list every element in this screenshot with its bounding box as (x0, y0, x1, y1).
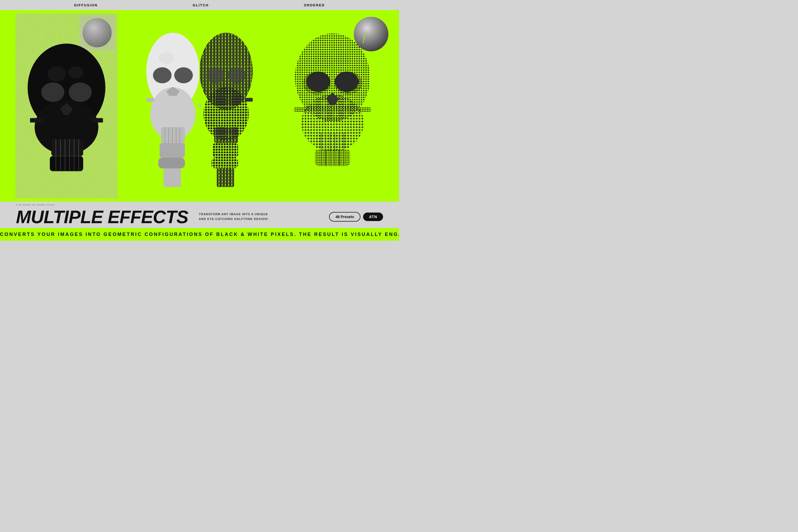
ticker-bar: CONVERTS YOUR IMAGES INTO GEOMETRIC CONF… (0, 228, 399, 241)
svg-rect-27 (161, 127, 185, 143)
badge-presets: 48 Presets (329, 212, 360, 222)
hero-section: ✛ (0, 10, 399, 202)
svg-rect-21 (91, 118, 103, 122)
label-diffusion: DIFFUSION (74, 3, 98, 7)
product-row: MULTIPLE EFFECTS TRANSFORM ANY IMAGE INT… (16, 208, 383, 228)
svg-rect-11 (50, 156, 83, 171)
svg-rect-37 (164, 168, 181, 187)
skull-diffusion (24, 29, 109, 183)
label-glitch: GLITCH (193, 3, 209, 7)
svg-rect-36 (158, 158, 185, 168)
svg-point-25 (153, 67, 172, 83)
ordered-ball (354, 17, 388, 51)
top-label-bar: DIFFUSION GLITCH ORDERED (0, 0, 399, 10)
svg-point-64 (342, 104, 357, 111)
svg-point-63 (308, 104, 322, 111)
badge-atn: ATN (363, 212, 383, 221)
product-description: TRANSFORM ANY IMAGE INTO A UNIQUE AND EY… (188, 212, 329, 221)
bottom-bar: © 3D MODEL BY ADOBE STOCK MULTIPLE EFFEC… (0, 202, 399, 228)
svg-rect-80 (357, 107, 371, 112)
svg-point-34 (159, 52, 174, 64)
svg-point-3 (69, 82, 92, 102)
crosshair-icon: ✛ (198, 103, 202, 109)
label-ordered: ORDERED (304, 3, 325, 7)
svg-rect-50 (200, 106, 253, 107)
badges-container: 48 Presets ATN (329, 212, 383, 222)
desc-line1: TRANSFORM ANY IMAGE INTO A UNIQUE (199, 212, 268, 216)
svg-rect-35 (146, 98, 154, 101)
svg-point-81 (314, 52, 334, 68)
svg-rect-72 (315, 150, 350, 166)
svg-point-26 (174, 67, 193, 83)
svg-rect-53 (200, 66, 253, 66)
svg-point-2 (41, 82, 64, 102)
svg-rect-46 (213, 143, 238, 158)
svg-rect-20 (30, 118, 42, 122)
ticker-text: CONVERTS YOUR IMAGES INTO GEOMETRIC CONF… (0, 232, 399, 237)
svg-rect-47 (245, 98, 253, 101)
svg-point-18 (48, 66, 66, 81)
svg-rect-52 (200, 151, 253, 152)
svg-point-19 (68, 66, 83, 78)
svg-rect-33 (159, 143, 185, 158)
svg-rect-48 (211, 158, 238, 168)
svg-rect-51 (200, 135, 253, 136)
product-title: MULTIPLE EFFECTS (16, 208, 188, 226)
svg-rect-49 (217, 168, 234, 187)
svg-point-82 (334, 53, 350, 65)
panel-ordered (266, 10, 399, 202)
copyright-text: © 3D MODEL BY ADOBE STOCK (16, 204, 383, 206)
svg-point-60 (306, 72, 330, 92)
svg-point-43 (206, 67, 225, 83)
desc-line2: AND EYE-CATCHING HALFTONE DESIGN! (199, 217, 268, 221)
svg-point-61 (335, 72, 359, 92)
svg-rect-79 (294, 107, 308, 112)
panel-diffusion (0, 10, 133, 202)
panel-glitch: ✛ (133, 10, 266, 202)
svg-point-44 (227, 67, 246, 83)
